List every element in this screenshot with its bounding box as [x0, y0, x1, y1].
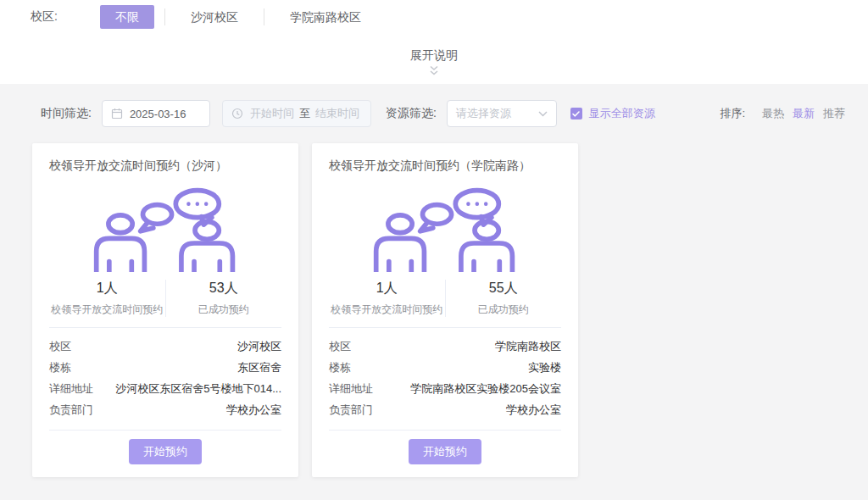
start-reservation-button[interactable]: 开始预约: [129, 439, 202, 464]
campus-tab-xueyuannanlu[interactable]: 学院南路校区: [275, 5, 376, 29]
date-value: 2025-03-16: [130, 108, 186, 120]
stat-value: 1人: [49, 280, 165, 297]
detail-row-address: 详细地址 沙河校区东区宿舍5号楼地下014...: [49, 378, 281, 399]
content-area: 时间筛选: 2025-03-16 开始时间 至 结束时间 资源筛选: 请选择资源: [0, 84, 868, 500]
time-range-input[interactable]: 开始时间 至 结束时间: [222, 100, 371, 127]
clock-icon: [231, 108, 243, 119]
campus-filter-bar: 校区: 不限 沙河校区 学院南路校区: [0, 0, 868, 29]
sort-option-newest[interactable]: 最新: [793, 106, 815, 121]
stat-label: 校领导开放交流时间预约: [329, 303, 445, 317]
filter-row: 时间筛选: 2025-03-16 开始时间 至 结束时间 资源筛选: 请选择资源: [0, 84, 868, 127]
time-filter-label: 时间筛选:: [41, 106, 92, 121]
stat-booked: 55人 已成功预约: [446, 280, 562, 317]
expand-description-label[interactable]: 展开说明: [410, 48, 458, 62]
resource-card-list: 校领导开放交流时间预约（沙河）: [32, 143, 868, 477]
campus-tab-unlimited[interactable]: 不限: [100, 5, 154, 29]
stat-value: 1人: [329, 280, 445, 297]
people-conversation-icon: [329, 184, 561, 272]
card-details: 校区 沙河校区 楼栋 东区宿舍 详细地址 沙河校区东区宿舍5号楼地下014...…: [49, 328, 281, 431]
chevron-down-icon: [538, 111, 548, 117]
time-range-separator: 至: [299, 106, 310, 121]
people-conversation-icon: [49, 184, 281, 272]
calendar-icon: [111, 108, 123, 119]
stat-label: 已成功预约: [446, 303, 562, 317]
checkbox-checked-icon[interactable]: [570, 108, 582, 119]
detail-row-department: 负责部门 学校办公室: [49, 399, 281, 420]
start-time-placeholder: 开始时间: [250, 106, 294, 121]
detail-row-building: 楼栋 实验楼: [329, 357, 561, 378]
card-title: 校领导开放交流时间预约（沙河）: [49, 143, 281, 174]
detail-row-address: 详细地址 学院南路校区实验楼205会议室: [329, 378, 561, 399]
card-action-area: 开始预约: [49, 431, 281, 477]
sort-option-hottest[interactable]: 最热: [762, 106, 784, 121]
double-chevron-down-icon[interactable]: [428, 65, 440, 76]
sort-label: 排序:: [720, 106, 745, 121]
sort-option-recommended[interactable]: 推荐: [823, 106, 845, 121]
stat-capacity: 1人 校领导开放交流时间预约: [49, 280, 166, 317]
resource-card-xueyuannanlu: 校领导开放交流时间预约（学院南路）: [312, 143, 578, 477]
divider: [264, 8, 264, 25]
resource-card-shahe: 校领导开放交流时间预约（沙河）: [32, 143, 298, 477]
end-time-placeholder: 结束时间: [315, 106, 359, 121]
card-action-area: 开始预约: [329, 431, 561, 477]
detail-row-campus: 校区 沙河校区: [49, 336, 281, 357]
show-all-resources-label[interactable]: 显示全部资源: [589, 106, 655, 121]
stat-label: 已成功预约: [166, 303, 282, 317]
detail-row-department: 负责部门 学校办公室: [329, 399, 561, 420]
expand-description: 展开说明: [0, 47, 868, 76]
campus-tab-shahe[interactable]: 沙河校区: [175, 5, 253, 29]
stat-booked: 53人 已成功预约: [166, 280, 282, 317]
card-details: 校区 学院南路校区 楼栋 实验楼 详细地址 学院南路校区实验楼205会议室 负责…: [329, 328, 561, 431]
card-stats: 1人 校领导开放交流时间预约 53人 已成功预约: [49, 280, 281, 328]
detail-row-campus: 校区 学院南路校区: [329, 336, 561, 357]
card-stats: 1人 校领导开放交流时间预约 55人 已成功预约: [329, 280, 561, 328]
sort-control: 排序: 最热 最新 推荐: [720, 106, 845, 121]
show-all-resources-checkbox[interactable]: 显示全部资源: [570, 106, 655, 121]
stat-value: 53人: [166, 280, 282, 297]
divider: [164, 8, 165, 25]
resource-select[interactable]: 请选择资源: [447, 100, 557, 127]
card-title: 校领导开放交流时间预约（学院南路）: [329, 143, 561, 174]
stat-label: 校领导开放交流时间预约: [49, 303, 165, 317]
start-reservation-button[interactable]: 开始预约: [409, 439, 481, 464]
stat-value: 55人: [446, 280, 562, 297]
date-input[interactable]: 2025-03-16: [102, 100, 210, 127]
stat-capacity: 1人 校领导开放交流时间预约: [329, 280, 446, 317]
campus-tabs: 不限 沙河校区 学院南路校区: [100, 5, 376, 29]
campus-filter-label: 校区:: [31, 9, 58, 25]
detail-row-building: 楼栋 东区宿舍: [49, 357, 281, 378]
resource-select-placeholder: 请选择资源: [456, 106, 511, 121]
resource-filter-label: 资源筛选:: [386, 106, 437, 121]
